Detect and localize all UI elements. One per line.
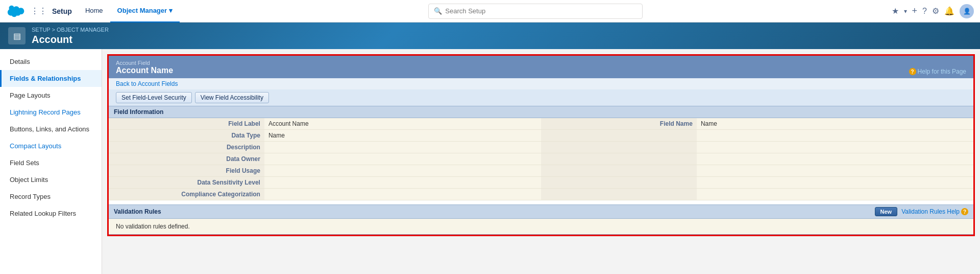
field-label-label: Field Label bbox=[109, 118, 264, 130]
validation-help-icon: ? bbox=[961, 208, 968, 215]
validation-body: No validation rules defined. bbox=[109, 219, 973, 235]
table-row: Description bbox=[109, 142, 973, 153]
field-header-left: Account Field Account Name bbox=[116, 60, 173, 75]
sidebar-item-page-layouts[interactable]: Page Layouts bbox=[0, 87, 102, 104]
field-name-title: Account Name bbox=[116, 66, 173, 75]
data-type-value: Name bbox=[264, 130, 541, 142]
breadcrumb: SETUP > OBJECT MANAGER bbox=[32, 27, 109, 33]
empty-label bbox=[541, 130, 697, 142]
breadcrumb-separator: > bbox=[52, 27, 57, 33]
data-owner-label: Data Owner bbox=[109, 153, 264, 165]
nav-tabs: Home Object Manager ▾ bbox=[78, 0, 180, 22]
header-bar: ▤ SETUP > OBJECT MANAGER Account bbox=[0, 22, 980, 49]
search-input[interactable] bbox=[445, 7, 637, 15]
empty-value bbox=[697, 130, 973, 142]
sidebar-item-field-sets[interactable]: Field Sets bbox=[0, 154, 102, 171]
search-bar-container: 🔍 bbox=[184, 4, 887, 19]
object-manager-icon: ▤ bbox=[8, 27, 26, 44]
table-row: Field Label Account Name Field Name Name bbox=[109, 118, 973, 130]
field-info-table: Field Label Account Name Field Name Name… bbox=[109, 118, 973, 200]
data-sensitivity-label: Data Sensitivity Level bbox=[109, 177, 264, 189]
top-nav: ⋮⋮ Setup Home Object Manager ▾ 🔍 ★ ▾ + ?… bbox=[0, 0, 980, 22]
table-row: Compliance Categorization bbox=[109, 189, 973, 200]
validation-section: Validation Rules New Validation Rules He… bbox=[109, 204, 973, 235]
tab-home[interactable]: Home bbox=[78, 0, 110, 22]
table-row: Data Type Name bbox=[109, 130, 973, 142]
chevron-down-icon: ▾ bbox=[169, 7, 173, 14]
sidebar-item-record-types[interactable]: Record Types bbox=[0, 188, 102, 205]
compliance-categorization-label: Compliance Categorization bbox=[109, 189, 264, 200]
breadcrumb-setup[interactable]: SETUP bbox=[32, 27, 50, 33]
data-type-label: Data Type bbox=[109, 130, 264, 142]
set-field-level-security-button[interactable]: Set Field-Level Security bbox=[116, 92, 192, 103]
breadcrumb-object-manager[interactable]: OBJECT MANAGER bbox=[57, 27, 109, 33]
field-type-label: Account Field bbox=[116, 60, 173, 66]
help-icon-circle: ? bbox=[909, 68, 916, 75]
grid-icon[interactable]: ⋮⋮ bbox=[31, 6, 47, 16]
search-bar: 🔍 bbox=[428, 4, 643, 19]
star-icon[interactable]: ★ bbox=[892, 6, 899, 16]
field-name-label: Field Name bbox=[541, 118, 697, 130]
add-icon[interactable]: + bbox=[912, 6, 918, 16]
help-icon[interactable]: ? bbox=[922, 7, 927, 16]
validation-rules-title: Validation Rules bbox=[114, 208, 161, 215]
new-validation-rule-button[interactable]: New bbox=[875, 207, 898, 216]
back-to-account-fields-link[interactable]: Back to Account Fields bbox=[109, 78, 973, 89]
sidebar-item-related-lookup-filters[interactable]: Related Lookup Filters bbox=[0, 205, 102, 222]
validation-rules-help-link[interactable]: Validation Rules Help ? bbox=[901, 208, 968, 215]
sidebar-item-fields-relationships[interactable]: Fields & Relationships bbox=[0, 70, 102, 87]
field-detail-header: Account Field Account Name ? Help for th… bbox=[109, 56, 973, 78]
sidebar-item-details[interactable]: Details bbox=[0, 53, 102, 70]
search-icon: 🔍 bbox=[434, 7, 442, 15]
description-value bbox=[264, 142, 541, 153]
help-for-page-link[interactable]: ? Help for this Page bbox=[909, 68, 966, 75]
main-layout: Details Fields & Relationships Page Layo… bbox=[0, 49, 980, 274]
layers-icon: ▤ bbox=[13, 31, 21, 41]
field-information-section-header: Field Information bbox=[109, 106, 973, 118]
field-label-value: Account Name bbox=[264, 118, 541, 130]
no-validation-rules-message: No validation rules defined. bbox=[116, 223, 190, 230]
field-detail-panel: Account Field Account Name ? Help for th… bbox=[107, 54, 975, 236]
table-row: Data Owner bbox=[109, 153, 973, 165]
sidebar-item-compact-layouts[interactable]: Compact Layouts bbox=[0, 138, 102, 154]
top-nav-icons: ★ ▾ + ? ⚙ 🔔 👤 bbox=[892, 4, 974, 18]
salesforce-logo[interactable] bbox=[6, 2, 24, 20]
validation-actions: New Validation Rules Help ? bbox=[875, 207, 968, 216]
sidebar-item-lightning-record-pages[interactable]: Lightning Record Pages bbox=[0, 104, 102, 121]
dropdown-icon[interactable]: ▾ bbox=[904, 8, 907, 15]
bell-icon[interactable]: 🔔 bbox=[944, 6, 954, 16]
tab-object-manager[interactable]: Object Manager ▾ bbox=[110, 0, 180, 22]
field-detail-header-row: Account Field Account Name ? Help for th… bbox=[116, 60, 966, 75]
avatar[interactable]: 👤 bbox=[960, 4, 974, 18]
table-row: Field Usage bbox=[109, 165, 973, 177]
action-buttons-row: Set Field-Level Security View Field Acce… bbox=[109, 89, 973, 106]
gear-icon[interactable]: ⚙ bbox=[932, 6, 939, 16]
validation-header: Validation Rules New Validation Rules He… bbox=[109, 204, 973, 219]
header-info: SETUP > OBJECT MANAGER Account bbox=[32, 27, 109, 45]
header-title: Account bbox=[32, 34, 109, 45]
sidebar: Details Fields & Relationships Page Layo… bbox=[0, 49, 102, 274]
sidebar-item-buttons-links-actions[interactable]: Buttons, Links, and Actions bbox=[0, 121, 102, 138]
sidebar-item-object-limits[interactable]: Object Limits bbox=[0, 171, 102, 188]
setup-label: Setup bbox=[52, 7, 72, 15]
table-row: Data Sensitivity Level bbox=[109, 177, 973, 189]
description-label: Description bbox=[109, 142, 264, 153]
field-usage-label: Field Usage bbox=[109, 165, 264, 177]
view-field-accessibility-button[interactable]: View Field Accessibility bbox=[195, 92, 269, 103]
field-name-value: Name bbox=[697, 118, 973, 130]
content-area: Account Field Account Name ? Help for th… bbox=[102, 49, 980, 274]
